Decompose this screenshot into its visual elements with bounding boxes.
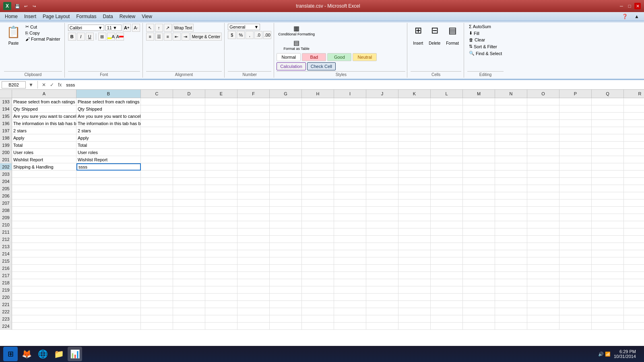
- cell-e214[interactable]: [205, 250, 237, 257]
- cell-d209[interactable]: [173, 214, 205, 221]
- cell-m195[interactable]: [463, 113, 495, 120]
- cell-j220[interactable]: [366, 294, 398, 301]
- cell-k221[interactable]: [398, 301, 431, 308]
- cell-d200[interactable]: [173, 149, 205, 156]
- cell-r202[interactable]: [624, 163, 644, 171]
- cell-a214[interactable]: [12, 250, 76, 257]
- cell-h212[interactable]: [302, 236, 334, 243]
- cell-d208[interactable]: [173, 207, 205, 214]
- cell-h211[interactable]: [302, 228, 334, 236]
- cell-r205[interactable]: [624, 185, 644, 192]
- cell-n219[interactable]: [495, 286, 527, 294]
- cell-i220[interactable]: [334, 294, 366, 301]
- cell-g214[interactable]: [270, 250, 302, 257]
- cell-n213[interactable]: [495, 243, 527, 250]
- cell-e223[interactable]: [205, 315, 237, 323]
- col-header-g[interactable]: G: [270, 90, 302, 98]
- cell-r216[interactable]: [624, 265, 644, 272]
- cell-c196[interactable]: [141, 120, 173, 127]
- cell-h218[interactable]: [302, 279, 334, 286]
- conditional-formatting-btn[interactable]: ▦ Conditional Formatting: [277, 24, 316, 37]
- cell-q206[interactable]: [592, 192, 624, 200]
- quick-redo-btn[interactable]: ↪: [31, 2, 38, 10]
- cell-i203[interactable]: [334, 171, 366, 178]
- cell-m223[interactable]: [463, 315, 495, 323]
- cell-a212[interactable]: [12, 236, 76, 243]
- quick-undo-btn[interactable]: ↩: [22, 2, 29, 10]
- cell-h223[interactable]: [302, 315, 334, 323]
- row-header-224[interactable]: 224: [0, 323, 12, 330]
- cell-h199[interactable]: [302, 142, 334, 149]
- cell-k219[interactable]: [398, 286, 431, 294]
- cell-a203[interactable]: [12, 171, 76, 178]
- cell-d193[interactable]: [173, 98, 205, 105]
- cell-g193[interactable]: [270, 98, 302, 105]
- quick-save-btn[interactable]: 💾: [14, 2, 21, 10]
- cell-n196[interactable]: [495, 120, 527, 127]
- cell-o223[interactable]: [527, 315, 559, 323]
- cell-n208[interactable]: [495, 207, 527, 214]
- cell-r214[interactable]: [624, 250, 644, 257]
- bold-btn[interactable]: B: [68, 33, 76, 41]
- cell-d197[interactable]: [173, 127, 205, 134]
- cell-d210[interactable]: [173, 221, 205, 228]
- clear-btn[interactable]: 🗑 Clear: [467, 37, 487, 43]
- cell-d212[interactable]: [173, 236, 205, 243]
- cell-e196[interactable]: [205, 120, 237, 127]
- cell-c208[interactable]: [141, 207, 173, 214]
- cell-k222[interactable]: [398, 308, 431, 315]
- cell-p215[interactable]: [559, 257, 592, 265]
- align-center-btn[interactable]: ☰: [155, 33, 163, 41]
- cell-i202[interactable]: [334, 163, 366, 171]
- merge-center-btn[interactable]: Merge & Center: [190, 33, 222, 41]
- cell-k204[interactable]: [398, 178, 431, 185]
- row-header-216[interactable]: 216: [0, 265, 12, 272]
- cell-b215[interactable]: [76, 257, 141, 265]
- cell-o221[interactable]: [527, 301, 559, 308]
- format-table-btn[interactable]: ▤ Format as Table: [277, 38, 316, 51]
- taskbar-explorer[interactable]: 📁: [52, 347, 66, 361]
- cell-n204[interactable]: [495, 178, 527, 185]
- cell-b213[interactable]: [76, 243, 141, 250]
- cell-f200[interactable]: [237, 149, 270, 156]
- cell-k224[interactable]: [398, 323, 431, 330]
- cell-c194[interactable]: [141, 105, 173, 113]
- cell-m198[interactable]: [463, 134, 495, 142]
- cell-m193[interactable]: [463, 98, 495, 105]
- cell-b209[interactable]: [76, 214, 141, 221]
- cell-j216[interactable]: [366, 265, 398, 272]
- cell-g224[interactable]: [270, 323, 302, 330]
- cell-c219[interactable]: [141, 286, 173, 294]
- cell-m204[interactable]: [463, 178, 495, 185]
- cell-m201[interactable]: [463, 156, 495, 163]
- cell-b211[interactable]: [76, 228, 141, 236]
- cell-m216[interactable]: [463, 265, 495, 272]
- comma-btn[interactable]: ,: [246, 31, 254, 39]
- decimal-increase-btn[interactable]: .0: [254, 31, 262, 39]
- cell-n206[interactable]: [495, 192, 527, 200]
- cell-c212[interactable]: [141, 236, 173, 243]
- cell-a222[interactable]: [12, 308, 76, 315]
- cell-r209[interactable]: [624, 214, 644, 221]
- cell-q217[interactable]: [592, 272, 624, 279]
- cell-q195[interactable]: [592, 113, 624, 120]
- cell-i210[interactable]: [334, 221, 366, 228]
- cell-i205[interactable]: [334, 185, 366, 192]
- cell-p221[interactable]: [559, 301, 592, 308]
- row-header-217[interactable]: 217: [0, 272, 12, 279]
- col-header-r[interactable]: R: [624, 90, 644, 98]
- cell-f210[interactable]: [237, 221, 270, 228]
- format-cells-btn[interactable]: ▤ Format: [444, 24, 461, 47]
- cell-c206[interactable]: [141, 192, 173, 200]
- row-header-215[interactable]: 215: [0, 257, 12, 265]
- cell-i199[interactable]: [334, 142, 366, 149]
- cell-r199[interactable]: [624, 142, 644, 149]
- paste-btn[interactable]: 📋 Paste: [4, 24, 23, 47]
- cell-e201[interactable]: [205, 156, 237, 163]
- menu-home[interactable]: Home: [2, 13, 21, 20]
- cell-q193[interactable]: [592, 98, 624, 105]
- cell-e204[interactable]: [205, 178, 237, 185]
- cell-q202[interactable]: [592, 163, 624, 171]
- cell-d198[interactable]: [173, 134, 205, 142]
- cell-n199[interactable]: [495, 142, 527, 149]
